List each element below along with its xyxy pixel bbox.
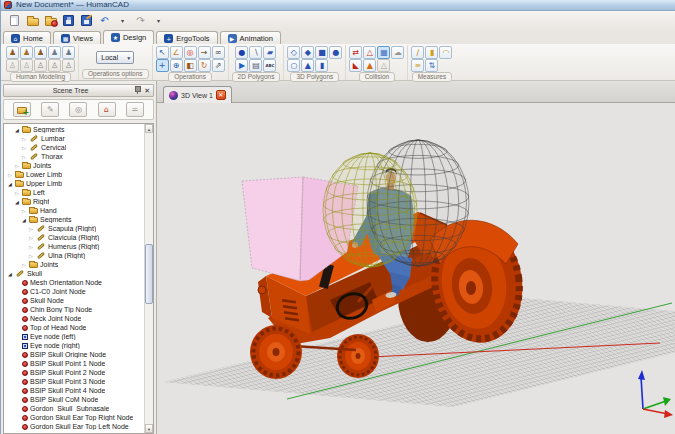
tree-item[interactable]: Top of Head Node [4, 323, 144, 332]
options-button[interactable]: = [126, 102, 144, 117]
group-label[interactable]: Operations [168, 72, 212, 82]
manikin-tool-icon-3[interactable]: ♙ [34, 59, 47, 72]
collision-check-icon[interactable]: ⇄ [349, 46, 362, 59]
local-coordinates-dropdown[interactable]: Local ▼ [96, 51, 134, 64]
redo-icon[interactable]: ↷ [133, 13, 148, 28]
tree-expand-arrow[interactable]: ▷ [21, 262, 27, 268]
scroll-down-icon[interactable]: ▼ [145, 424, 153, 433]
edit-node-button[interactable]: ✎ [41, 102, 59, 117]
line-2d-icon[interactable]: ∖ [249, 46, 262, 59]
tree-item[interactable]: ▷ Joints [4, 260, 144, 269]
group-label[interactable]: Human Modeling [10, 72, 71, 82]
tree-item[interactable]: ▷ Hand [4, 206, 144, 215]
ribbon-tab[interactable]: + ErgoTools [156, 31, 217, 44]
rotate-manikin-icon[interactable]: ♟ [62, 46, 75, 59]
tree-item[interactable]: Eye node (left) [4, 332, 144, 341]
tree-expand-arrow[interactable]: ▷ [21, 154, 27, 160]
collision-grid-icon[interactable]: ▦ [377, 46, 390, 59]
collision-ghost-icon[interactable]: △ [377, 59, 390, 72]
tree-item[interactable]: ▷ Lower Limb [4, 170, 144, 179]
tree-expand-arrow[interactable]: ▷ [28, 253, 34, 259]
viewport-3d[interactable] [157, 103, 675, 434]
tree-expand-arrow[interactable]: ▷ [21, 136, 27, 142]
close-view-icon[interactable]: ✕ [216, 90, 226, 100]
view-tab-3d-view-1[interactable]: 3D View 1 ✕ [163, 86, 232, 103]
close-icon[interactable]: ✕ [144, 86, 150, 95]
undo-icon[interactable]: ↶ [97, 13, 112, 28]
tree-item[interactable]: Skull Node [4, 296, 144, 305]
rotate-icon[interactable]: ↻ [198, 59, 211, 72]
tree-item[interactable]: ▷ Lumbar [4, 134, 144, 143]
tree-expand-arrow[interactable]: ▷ [21, 145, 27, 151]
seated-manikin-icon[interactable]: ♟ [34, 46, 47, 59]
picker-icon[interactable]: ⇝ [198, 46, 211, 59]
open-folder-icon[interactable] [25, 13, 40, 28]
tree-scrollbar[interactable]: ▲ ▼ [144, 124, 153, 433]
tree-expand-arrow[interactable]: ◢ [14, 127, 20, 133]
tree-item[interactable]: Eye node (right) [4, 341, 144, 350]
tree-item[interactable]: BSIP Skull Point 3 Node [4, 377, 144, 386]
record-node-button[interactable]: ◎ [69, 102, 87, 117]
polyline-2d-icon[interactable]: ▤ [249, 59, 262, 72]
tree-item[interactable]: BSIP Skull Point 4 Node [4, 386, 144, 395]
tree-item[interactable]: ◢ Skull [4, 269, 144, 278]
group-label[interactable]: 2D Polygons [232, 72, 281, 82]
tree-item[interactable]: C1-C0 Joint Node [4, 287, 144, 296]
ribbon-tab[interactable]: ⌂ Home [3, 31, 51, 44]
tree-item[interactable]: Gordon Skull Ear Top Right Node [4, 413, 144, 422]
collision-cloud-icon[interactable]: ☁ [391, 46, 404, 59]
tree-item[interactable]: BSIP Skull Point 1 Node [4, 359, 144, 368]
transform-icon[interactable]: ◧ [184, 59, 197, 72]
collision-warning-icon[interactable]: ▲ [363, 59, 376, 72]
angle-icon[interactable]: ∠ [170, 46, 183, 59]
group-label[interactable]: Collision [359, 72, 396, 82]
manikin-tool-icon-2[interactable]: ♙ [20, 59, 33, 72]
add-node-button[interactable] [13, 102, 31, 117]
ruler-icon[interactable]: ▮ [425, 46, 438, 59]
tree-item[interactable]: Neck Joint Node [4, 314, 144, 323]
triangle-2d-icon[interactable]: ▶ [235, 59, 248, 72]
tree-item[interactable]: BSIP Skull Origine Node [4, 350, 144, 359]
tree-item[interactable]: ▷ Left [4, 188, 144, 197]
group-label[interactable]: 3D Polygons [290, 72, 339, 82]
tree-item[interactable]: BSIP Skull Point 2 Node [4, 368, 144, 377]
tree-item[interactable]: Gordon_Skull_Subnasale [4, 404, 144, 413]
tree-expand-arrow[interactable]: ▷ [28, 226, 34, 232]
redo-caret-icon[interactable]: ▾ [151, 13, 166, 28]
create-manikin-icon[interactable]: ♟ [6, 46, 19, 59]
collision-triangle-icon[interactable]: △ [363, 46, 376, 59]
box-3d-icon[interactable]: ■ [315, 46, 328, 59]
home-node-button[interactable]: ⌂ [98, 102, 116, 117]
tree-item[interactable]: ▷ Ulna (Right) [4, 251, 144, 260]
plane-2d-icon[interactable]: ▰ [263, 46, 276, 59]
save-icon[interactable] [61, 13, 76, 28]
posture-manikin-icon[interactable]: ♟ [48, 46, 61, 59]
target-icon[interactable]: ◎ [184, 46, 197, 59]
prism-3d-icon[interactable]: ◇ [287, 46, 300, 59]
group-label[interactable]: Measures [412, 72, 453, 82]
scroll-up-icon[interactable]: ▲ [145, 124, 153, 133]
reach-envelope-olive[interactable] [323, 153, 417, 267]
cone-3d-icon[interactable]: ▲ [301, 59, 314, 72]
collision-object-icon[interactable]: ◣ [349, 59, 362, 72]
circle-2d-icon[interactable]: ● [235, 46, 248, 59]
manikin-tool-icon-4[interactable]: ♙ [48, 59, 61, 72]
ribbon-tab[interactable]: ▦ Views [53, 31, 101, 44]
cylinder-3d-icon[interactable]: ▮ [315, 59, 328, 72]
tree-item[interactable]: BSIP Skull CoM Node [4, 395, 144, 404]
tree-expand-arrow[interactable]: ▷ [14, 190, 20, 196]
scrollbar-thumb[interactable] [145, 244, 153, 304]
ribbon-tab[interactable]: ▶ Animation [220, 31, 281, 44]
tree-item[interactable]: ◢ Segments [4, 215, 144, 224]
horizontal-ruler-icon[interactable]: ≡ [411, 59, 424, 72]
polyhedron-3d-icon[interactable]: ◆ [301, 46, 314, 59]
manikin-tool-icon-1[interactable]: ♙ [6, 59, 19, 72]
tree-expand-arrow[interactable]: ▷ [14, 163, 20, 169]
tree-item[interactable]: Chin Bony Tip Node [4, 305, 144, 314]
link-icon[interactable]: ∞ [212, 46, 225, 59]
tree-item[interactable]: ▷ Thorax [4, 152, 144, 161]
tree-item[interactable]: Gordon Skull Ear Top Left Node [4, 422, 144, 431]
tree-expand-arrow[interactable]: ▷ [21, 208, 27, 214]
tree-expand-arrow[interactable]: ◢ [7, 181, 13, 187]
tree-item[interactable]: ◢ Upper Limb [4, 179, 144, 188]
